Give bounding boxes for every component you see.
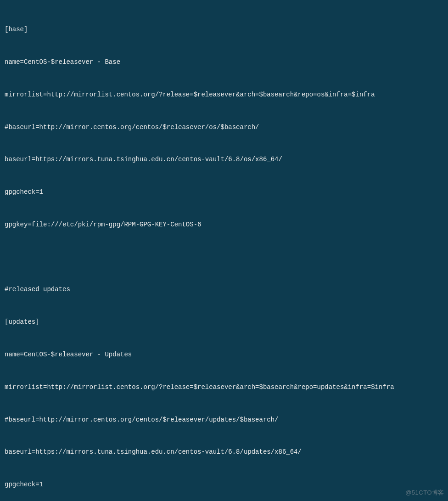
config-line: baseurl=https://mirrors.tuna.tsinghua.ed… [5,154,443,165]
config-line: [updates] [5,317,443,328]
config-line: name=CentOS-$releasever - Updates [5,349,443,360]
config-line: gpgkey=file:///etc/pki/rpm-gpg/RPM-GPG-K… [5,220,443,231]
terminal-editor-view[interactable]: [base] name=CentOS-$releasever - Base mi… [0,0,448,501]
config-line: #baseurl=http://mirror.centos.org/centos… [5,415,443,426]
config-line: gpgcheck=1 [5,187,443,198]
config-line: name=CentOS-$releasever - Base [5,57,443,68]
config-line: #baseurl=http://mirror.centos.org/centos… [5,122,443,133]
config-line: [base] [5,24,443,35]
config-line [5,252,443,263]
config-line: gpgcheck=1 [5,479,443,490]
config-line: baseurl=https://mirrors.tuna.tsinghua.ed… [5,447,443,458]
config-line: #released updates [5,284,443,295]
config-line: mirrorlist=http://mirrorlist.centos.org/… [5,382,443,393]
config-line: mirrorlist=http://mirrorlist.centos.org/… [5,90,443,101]
watermark-label: @51CTO博客 [405,487,444,498]
